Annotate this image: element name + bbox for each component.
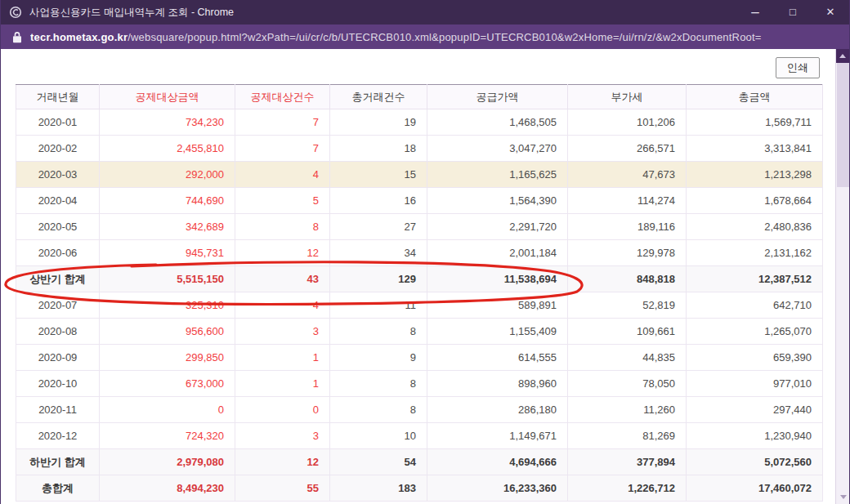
cell: 3 — [235, 319, 330, 345]
cell: 2,001,184 — [427, 240, 568, 266]
column-header: 공제대상건수 — [235, 85, 330, 109]
row-label: 2020-01 — [16, 109, 100, 136]
cell: 297,440 — [687, 397, 823, 423]
cell: 101,206 — [568, 109, 687, 136]
table-row[interactable]: 2020-09299,85019614,55544,835659,390 — [16, 345, 823, 371]
cell: 27 — [330, 214, 427, 240]
table-row[interactable]: 2020-04744,6905161,564,390114,2741,678,6… — [16, 188, 823, 214]
url-domain: tecr.hometax.go.kr — [30, 31, 128, 43]
summary-row[interactable]: 상반기 합계5,515,1504312911,538,694848,81812,… — [16, 266, 823, 292]
row-label: 2020-02 — [16, 136, 100, 162]
print-button[interactable]: 인쇄 — [776, 57, 820, 78]
cell: 898,960 — [427, 371, 568, 397]
table-header-row: 거래년월공제대상금액공제대상건수총거래건수공급가액부가세총금액 — [16, 85, 823, 109]
cell: 16 — [330, 188, 427, 214]
table-row[interactable]: 2020-03292,0004151,165,62547,6731,213,29… — [16, 162, 823, 188]
arrow-up-icon — [839, 54, 846, 58]
cell: 3,047,270 — [427, 136, 568, 162]
scrollbar-thumb[interactable] — [837, 63, 849, 187]
table-row[interactable]: 2020-06945,73112342,001,184129,9782,131,… — [16, 240, 823, 266]
table-row[interactable]: 2020-12724,3203101,149,67181,2691,230,94… — [16, 423, 823, 449]
column-header: 거래년월 — [16, 85, 100, 109]
purchase-summary-table: 거래년월공제대상금액공제대상건수총거래건수공급가액부가세총금액 2020-017… — [16, 84, 823, 502]
cell: 9 — [330, 345, 427, 371]
cell: 11,538,694 — [427, 266, 568, 292]
table-row[interactable]: 2020-022,455,8107183,047,270266,5713,313… — [16, 136, 823, 162]
cell: 1,226,712 — [568, 475, 687, 502]
address-bar[interactable]: tecr.hometax.go.kr/websquare/popup.html?… — [1, 25, 849, 49]
row-label: 하반기 합계 — [16, 449, 100, 475]
table-row[interactable]: 2020-11008286,18011,260297,440 — [16, 397, 823, 423]
table-row[interactable]: 2020-07325,310411589,89152,819642,710 — [16, 292, 823, 319]
table-row[interactable]: 2020-01734,2307191,468,505101,2061,569,7… — [16, 109, 823, 136]
row-label: 2020-06 — [16, 240, 100, 266]
scrollbar[interactable] — [835, 49, 849, 504]
table-row[interactable]: 2020-05342,6898272,291,720189,1162,480,8… — [16, 214, 823, 240]
cell: 724,320 — [100, 423, 235, 449]
row-label: 2020-12 — [16, 423, 100, 449]
table-row[interactable]: 2020-08956,600381,155,409109,6611,265,07… — [16, 319, 823, 345]
cell: 2,131,162 — [687, 240, 823, 266]
cell: 614,555 — [427, 345, 568, 371]
maximize-button[interactable]: □ — [774, 0, 812, 25]
url-text[interactable]: tecr.hometax.go.kr/websquare/popup.html?… — [30, 31, 762, 43]
cell: 55 — [235, 475, 330, 502]
column-header: 총금액 — [687, 85, 823, 109]
cell: 81,269 — [568, 423, 687, 449]
cell: 377,894 — [568, 449, 687, 475]
cell: 2,291,720 — [427, 214, 568, 240]
cell: 114,274 — [568, 188, 687, 214]
summary-row[interactable]: 총합계8,494,2305518316,233,3601,226,71217,4… — [16, 475, 823, 502]
cell: 7 — [235, 136, 330, 162]
cell: 15 — [330, 162, 427, 188]
table-row[interactable]: 2020-10673,00018898,96078,050977,010 — [16, 371, 823, 397]
column-header: 총거래건수 — [330, 85, 427, 109]
close-button[interactable]: ✕ — [812, 0, 849, 25]
column-header: 공제대상금액 — [100, 85, 235, 109]
cell: 7 — [235, 109, 330, 136]
cell: 734,230 — [100, 109, 235, 136]
cell: 848,818 — [568, 266, 687, 292]
cell: 0 — [235, 397, 330, 423]
cell: 1,265,070 — [687, 319, 823, 345]
cell: 44,835 — [568, 345, 687, 371]
cell: 292,000 — [100, 162, 235, 188]
cell: 659,390 — [687, 345, 823, 371]
cell: 2,480,836 — [687, 214, 823, 240]
cell: 129,978 — [568, 240, 687, 266]
cell: 10 — [330, 423, 427, 449]
cell: 18 — [330, 136, 427, 162]
cell: 8,494,230 — [100, 475, 235, 502]
cell: 4 — [235, 162, 330, 188]
cell: 47,673 — [568, 162, 687, 188]
summary-row[interactable]: 하반기 합계2,979,08012544,694,666377,8945,072… — [16, 449, 823, 475]
cell: 1,468,505 — [427, 109, 568, 136]
minimize-button[interactable]: – — [736, 0, 774, 25]
scroll-up-button[interactable] — [836, 49, 849, 63]
row-label: 2020-04 — [16, 188, 100, 214]
cell: 34 — [330, 240, 427, 266]
cell: 16,233,360 — [427, 475, 568, 502]
cell: 54 — [330, 449, 427, 475]
cell: 19 — [330, 109, 427, 136]
cell: 11 — [330, 292, 427, 319]
row-label: 2020-10 — [16, 371, 100, 397]
cell: 1 — [235, 345, 330, 371]
cell: 43 — [235, 266, 330, 292]
url-path: /websquare/popup.html?w2xPath=/ui/cr/c/b… — [128, 31, 761, 43]
cell: 1 — [235, 371, 330, 397]
lock-icon — [12, 31, 22, 43]
cell: 673,000 — [100, 371, 235, 397]
cell: 286,180 — [427, 397, 568, 423]
cell: 1,155,409 — [427, 319, 568, 345]
cell: 1,149,671 — [427, 423, 568, 449]
cell: 8 — [330, 397, 427, 423]
window-title: 사업용신용카드 매입내역누계 조회 - Chrome — [29, 6, 736, 20]
scroll-down-button[interactable] — [836, 490, 850, 504]
column-header: 부가세 — [568, 85, 687, 109]
cell: 52,819 — [568, 292, 687, 319]
title-bar: 사업용신용카드 매입내역누계 조회 - Chrome – □ ✕ — [1, 0, 849, 25]
cell: 8 — [330, 371, 427, 397]
cell: 266,571 — [568, 136, 687, 162]
cell: 342,689 — [100, 214, 235, 240]
